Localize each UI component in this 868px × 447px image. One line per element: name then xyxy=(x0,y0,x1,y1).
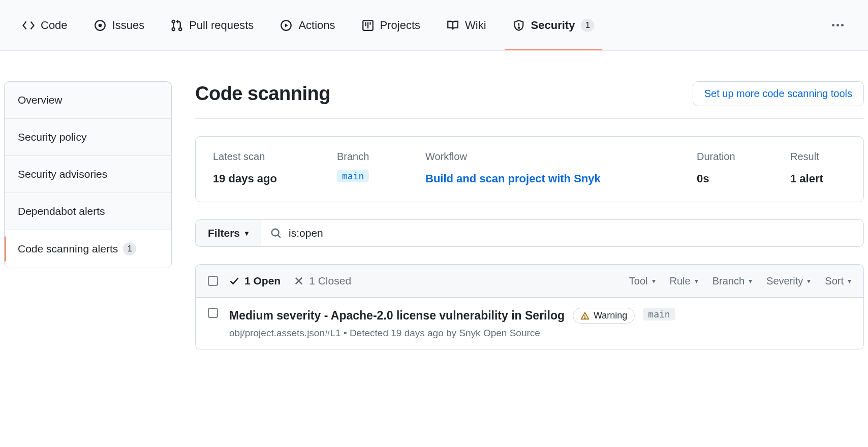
summary-value-result: 1 alert xyxy=(790,170,846,187)
filter-tool[interactable]: Tool▾ xyxy=(629,275,656,287)
search-input[interactable] xyxy=(289,227,854,239)
alert-branch-chip: main xyxy=(643,308,675,321)
security-count-badge: 1 xyxy=(581,19,594,32)
filter-severity[interactable]: Severity▾ xyxy=(766,275,811,287)
caret-down-icon: ▾ xyxy=(749,277,752,285)
tab-projects[interactable]: Projects xyxy=(360,0,422,50)
tab-issues[interactable]: Issues xyxy=(92,0,147,50)
svg-point-9 xyxy=(584,317,585,318)
sidebar-item-label: Dependabot alerts xyxy=(18,205,105,217)
code-icon xyxy=(22,19,35,31)
svg-point-4 xyxy=(179,27,181,30)
play-icon xyxy=(280,19,292,31)
more-menu-button[interactable] xyxy=(828,20,848,30)
tab-actions[interactable]: Actions xyxy=(278,0,337,50)
sidebar-item-security-advisories[interactable]: Security advisories xyxy=(5,156,171,193)
tab-code[interactable]: Code xyxy=(20,0,70,50)
sidebar-item-code-scanning-alerts[interactable]: Code scanning alerts 1 xyxy=(5,230,171,268)
pull-request-icon xyxy=(171,19,183,31)
select-all-checkbox[interactable] xyxy=(208,276,218,286)
summary-label-workflow: Workflow xyxy=(425,151,685,163)
repo-tab-nav: Code Issues Pull requests Actions Projec… xyxy=(0,0,868,51)
caret-down-icon: ▾ xyxy=(695,277,698,285)
warning-icon xyxy=(580,311,590,321)
summary-value-latest-scan: 19 days ago xyxy=(213,170,325,187)
filters-button[interactable]: Filters ▾ xyxy=(196,220,261,246)
filter-branch[interactable]: Branch▾ xyxy=(712,275,752,287)
summary-label-latest-scan: Latest scan xyxy=(213,151,325,163)
tab-label: Code xyxy=(41,19,68,32)
svg-point-7 xyxy=(518,27,519,28)
search-area xyxy=(261,220,863,246)
warning-label: Warning xyxy=(594,310,627,321)
tab-pull-requests[interactable]: Pull requests xyxy=(169,0,256,50)
tab-label: Actions xyxy=(298,19,335,32)
tab-label: Projects xyxy=(380,19,420,32)
workflow-link[interactable]: Build and scan project with Snyk xyxy=(425,170,685,187)
summary-label-duration: Duration xyxy=(697,151,778,163)
sidebar-item-security-policy[interactable]: Security policy xyxy=(5,119,171,156)
filter-bar: Filters ▾ xyxy=(195,219,864,247)
tab-wiki[interactable]: Wiki xyxy=(445,0,488,50)
svg-point-3 xyxy=(172,27,175,30)
caret-down-icon: ▾ xyxy=(245,229,249,237)
scan-summary: Latest scan 19 days ago Branch main Work… xyxy=(195,136,864,202)
caret-down-icon: ▾ xyxy=(652,277,656,285)
closed-count-label: 1 Closed xyxy=(309,275,351,287)
issue-icon xyxy=(94,19,106,31)
filters-label: Filters xyxy=(208,227,240,239)
svg-point-8 xyxy=(272,229,279,236)
svg-point-2 xyxy=(172,20,175,22)
sidebar-item-label: Code scanning alerts xyxy=(18,243,118,255)
page-title: Code scanning xyxy=(195,83,330,105)
state-tab-closed[interactable]: 1 Closed xyxy=(294,275,351,287)
main-content: Code scanning Set up more code scanning … xyxy=(195,81,864,349)
branch-chip[interactable]: main xyxy=(337,170,369,182)
security-sidebar: Overview Security policy Security adviso… xyxy=(4,81,172,349)
svg-point-1 xyxy=(99,24,101,26)
code-scanning-count-badge: 1 xyxy=(123,242,136,256)
state-tab-open[interactable]: 1 Open xyxy=(229,275,281,287)
sidebar-item-label: Security policy xyxy=(18,131,86,143)
project-icon xyxy=(362,19,374,31)
alerts-list: 1 Open 1 Closed Tool▾ Rule▾ Branch▾ Seve… xyxy=(195,264,864,349)
summary-label-branch: Branch xyxy=(337,151,413,163)
summary-label-result: Result xyxy=(790,151,846,163)
check-icon xyxy=(229,276,239,286)
sidebar-item-label: Security advisories xyxy=(18,168,107,180)
alert-checkbox[interactable] xyxy=(208,308,218,318)
tab-label: Issues xyxy=(112,19,145,32)
warning-badge: Warning xyxy=(573,308,635,324)
alerts-header: 1 Open 1 Closed Tool▾ Rule▾ Branch▾ Seve… xyxy=(196,265,863,298)
alert-row[interactable]: Medium severity - Apache-2.0 license vul… xyxy=(196,298,863,349)
shield-icon xyxy=(513,19,525,31)
sidebar-item-dependabot-alerts[interactable]: Dependabot alerts xyxy=(5,193,171,230)
search-icon xyxy=(270,228,282,239)
alert-title: Medium severity - Apache-2.0 license vul… xyxy=(229,309,565,323)
sidebar-item-label: Overview xyxy=(18,94,63,106)
book-icon xyxy=(447,19,459,31)
filter-rule[interactable]: Rule▾ xyxy=(670,275,698,287)
caret-down-icon: ▾ xyxy=(848,277,851,285)
setup-tools-button[interactable]: Set up more code scanning tools xyxy=(693,81,864,106)
summary-value-duration: 0s xyxy=(697,170,778,187)
alert-subtitle: obj/project.assets.json#L1 • Detected 19… xyxy=(229,328,851,339)
tab-label: Wiki xyxy=(465,19,486,32)
tab-security[interactable]: Security 1 xyxy=(511,0,597,50)
tab-label: Security xyxy=(531,19,575,32)
tab-label: Pull requests xyxy=(189,19,254,32)
caret-down-icon: ▾ xyxy=(807,277,811,285)
x-icon xyxy=(294,276,304,286)
open-count-label: 1 Open xyxy=(244,275,281,287)
sidebar-item-overview[interactable]: Overview xyxy=(5,82,171,119)
filter-sort[interactable]: Sort▾ xyxy=(825,275,851,287)
